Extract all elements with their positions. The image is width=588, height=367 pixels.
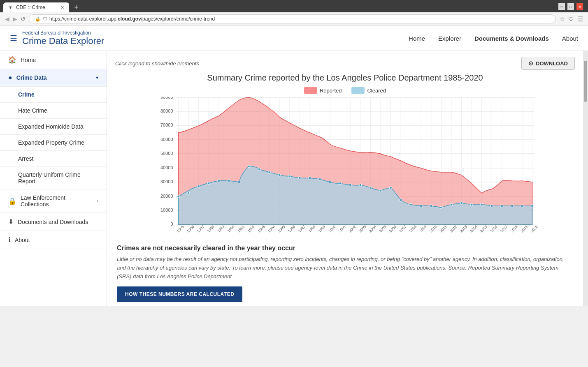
lock-icon: 🛡	[43, 16, 47, 21]
cleared-swatch	[351, 87, 365, 94]
documents-label: Documents and Downloads	[18, 219, 88, 225]
arrest-label: Arrest	[18, 155, 33, 162]
tab-title: CDE :: Crime	[16, 5, 45, 10]
svg-text:1994: 1994	[267, 224, 276, 233]
svg-text:1988: 1988	[207, 224, 215, 233]
sidebar-item-home[interactable]: 🏠 Home	[0, 51, 107, 69]
svg-text:40000: 40000	[160, 165, 173, 170]
download-label: DOWNLOAD	[536, 60, 568, 67]
svg-text:20000: 20000	[160, 194, 173, 199]
back-button[interactable]: ◀	[5, 16, 9, 22]
svg-text:1992: 1992	[247, 224, 256, 233]
svg-point-67	[288, 175, 291, 178]
bookmark-button[interactable]: ☆	[559, 15, 565, 23]
scrollbar-track[interactable]	[583, 51, 588, 306]
svg-text:1996: 1996	[287, 224, 296, 233]
svg-point-58	[198, 185, 200, 187]
forward-button[interactable]: ▶	[13, 16, 17, 22]
sidebar-item-expanded-property[interactable]: Expanded Property Crime	[0, 135, 107, 151]
svg-point-85	[470, 203, 473, 206]
sidebar-item-expanded-homicide[interactable]: Expanded Homicide Data	[0, 119, 107, 135]
svg-text:0: 0	[170, 222, 173, 226]
menu-button[interactable]: ☰	[577, 15, 583, 23]
svg-point-61	[228, 180, 230, 182]
reported-swatch	[304, 87, 317, 94]
svg-text:2000: 2000	[328, 224, 336, 233]
maximize-button[interactable]: □	[567, 3, 574, 10]
expanded-property-label: Expanded Property Crime	[18, 139, 84, 146]
browser-tab[interactable]: ▼ CDE :: Crime ✕	[3, 2, 69, 12]
tab-icon: ▼	[8, 5, 13, 10]
svg-text:2006: 2006	[388, 224, 397, 233]
nav-about[interactable]: About	[562, 35, 578, 42]
svg-text:2003: 2003	[358, 224, 367, 233]
area-chart: 0 10000 20000 30000 40000 50000 60000 70…	[115, 97, 575, 237]
nav-documents[interactable]: Documents & Downloads	[474, 35, 549, 42]
svg-point-90	[521, 205, 523, 207]
svg-point-84	[460, 202, 463, 204]
svg-point-73	[349, 184, 351, 186]
shield-button[interactable]: 🛡	[568, 16, 574, 22]
home-icon: 🏠	[8, 56, 16, 64]
address-bar[interactable]: 🔒 🛡 https://crime-data-explorer.app.clou…	[29, 14, 556, 23]
svg-point-75	[369, 187, 372, 189]
minimize-button[interactable]: ─	[558, 3, 565, 10]
svg-point-72	[339, 182, 342, 185]
svg-point-63	[248, 165, 251, 168]
new-tab-button[interactable]: +	[72, 3, 81, 12]
legend-cleared[interactable]: Cleared	[351, 87, 386, 94]
svg-text:1993: 1993	[257, 224, 265, 233]
svg-text:2005: 2005	[378, 224, 387, 233]
nav-home[interactable]: Home	[409, 35, 425, 42]
svg-text:2018: 2018	[510, 224, 518, 233]
info-body: Little or no data may be the result of a…	[117, 255, 573, 281]
info-icon: ℹ	[8, 236, 11, 244]
sidebar-item-hate-crime[interactable]: Hate Crime	[0, 103, 107, 119]
svg-text:2016: 2016	[490, 224, 498, 233]
svg-text:1999: 1999	[318, 224, 326, 233]
svg-point-76	[379, 189, 382, 192]
svg-text:50000: 50000	[160, 151, 173, 156]
sidebar-item-crime[interactable]: Crime	[0, 87, 107, 103]
svg-text:2017: 2017	[500, 224, 508, 233]
sidebar-submenu: Crime Hate Crime Expanded Homicide Data …	[0, 87, 107, 189]
svg-text:2007: 2007	[398, 224, 407, 233]
crime-label: Crime	[18, 91, 35, 98]
download-button[interactable]: ⊙ DOWNLOAD	[521, 57, 575, 70]
sidebar: 🏠 Home ● Crime Data ▾ Crime Hate Crime E…	[0, 51, 107, 306]
sidebar-item-quarterly[interactable]: Quarterly Uniform Crime Report	[0, 167, 107, 189]
download-circle-icon: ⊙	[528, 60, 533, 67]
lock-icon: 🔒	[8, 197, 16, 205]
svg-text:1991: 1991	[237, 224, 245, 233]
sidebar-home-label: Home	[21, 57, 36, 63]
svg-text:1990: 1990	[227, 224, 235, 233]
svg-point-66	[278, 174, 281, 176]
nav-explorer[interactable]: Explorer	[438, 35, 461, 42]
svg-point-74	[359, 184, 362, 186]
reload-button[interactable]: ↺	[21, 16, 26, 22]
legend-reported[interactable]: Reported	[304, 87, 342, 94]
hamburger-icon[interactable]: ☰	[10, 33, 17, 43]
chart-legend: Reported Cleared	[115, 87, 575, 94]
sidebar-item-law-enforcement[interactable]: 🔒 Law Enforcement Collections ‹	[0, 189, 107, 213]
sidebar-item-arrest[interactable]: Arrest	[0, 151, 107, 167]
svg-text:2011: 2011	[439, 224, 448, 233]
svg-text:1987: 1987	[196, 224, 205, 233]
svg-point-87	[490, 205, 493, 207]
close-button[interactable]: ✕	[576, 3, 583, 10]
svg-point-60	[218, 180, 220, 182]
calc-button[interactable]: HOW THESE NUMBERS ARE CALCULATED	[117, 286, 242, 302]
svg-text:2001: 2001	[338, 224, 346, 233]
sidebar-item-about[interactable]: ℹ About	[0, 231, 107, 249]
url-display: https://crime-data-explorer.app.cloud.go…	[49, 16, 215, 22]
svg-point-57	[187, 192, 190, 194]
tab-close[interactable]: ✕	[60, 5, 64, 10]
scrollbar-thumb[interactable]	[584, 61, 587, 102]
svg-point-77	[390, 187, 392, 189]
svg-point-79	[410, 203, 412, 206]
sidebar-item-documents[interactable]: ⬇ Documents and Downloads	[0, 213, 107, 231]
svg-point-78	[400, 199, 402, 201]
crime-data-icon: ●	[8, 74, 12, 81]
svg-point-81	[430, 205, 432, 207]
sidebar-item-crime-data[interactable]: ● Crime Data ▾	[0, 69, 107, 87]
